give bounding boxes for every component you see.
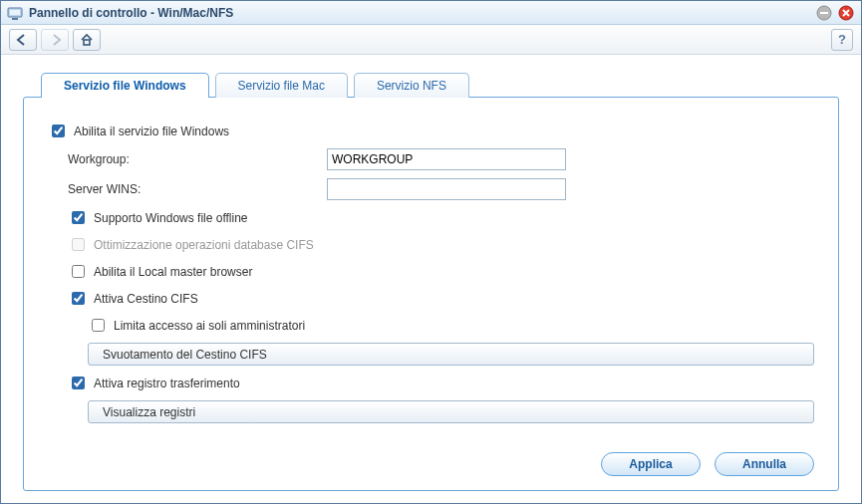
svg-rect-6	[84, 40, 90, 45]
toolbar: ?	[1, 25, 861, 55]
recycle-checkbox[interactable]	[72, 292, 85, 305]
local-master-row: Abilita il Local master browser	[68, 262, 814, 281]
minimize-icon[interactable]	[815, 4, 833, 22]
tab-row: Servizio file Windows Servizio file Mac …	[23, 73, 839, 98]
optimize-cifs-label: Ottimizzazione operazioni database CIFS	[94, 238, 314, 252]
wins-label: Server WINS:	[68, 182, 327, 196]
apply-button-label: Applica	[629, 457, 672, 471]
window-title: Pannello di controllo - Win/Mac/NFS	[29, 6, 815, 20]
content-area: Servizio file Windows Servizio file Mac …	[1, 55, 861, 503]
offline-support-label: Supporto Windows file offline	[94, 211, 248, 225]
titlebar: Pannello di controllo - Win/Mac/NFS	[1, 1, 861, 25]
transfer-log-label: Attiva registro trasferimento	[94, 377, 240, 390]
enable-windows-label: Abilita il servizio file Windows	[74, 125, 229, 138]
svg-rect-2	[12, 18, 18, 20]
tab-label: Servizio NFS	[377, 79, 446, 93]
enable-windows-row: Abilita il servizio file Windows	[48, 122, 814, 140]
app-window: Pannello di controllo - Win/Mac/NFS	[0, 0, 862, 504]
close-icon[interactable]	[837, 4, 855, 22]
local-master-label: Abilita il Local master browser	[94, 265, 252, 279]
enable-windows-checkbox[interactable]	[52, 125, 65, 137]
transfer-log-row: Attiva registro trasferimento	[68, 374, 814, 392]
cancel-button-label: Annulla	[742, 457, 786, 471]
tab-nfs[interactable]: Servizio NFS	[354, 73, 469, 98]
home-button[interactable]	[73, 29, 101, 51]
tab-label: Servizio file Mac	[238, 79, 325, 93]
empty-recycle-label: Svuotamento del Cestino CIFS	[103, 348, 267, 362]
tab-panel: Abilita il servizio file Windows Workgro…	[23, 97, 839, 491]
tab-mac[interactable]: Servizio file Mac	[215, 73, 348, 98]
svg-rect-4	[820, 12, 828, 14]
offline-support-checkbox[interactable]	[72, 211, 85, 224]
help-button-label: ?	[838, 32, 846, 47]
local-master-checkbox[interactable]	[72, 265, 85, 278]
wins-input[interactable]	[327, 178, 566, 200]
empty-recycle-button[interactable]: Svuotamento del Cestino CIFS	[88, 343, 814, 366]
workgroup-row: Workgroup:	[68, 148, 814, 170]
limit-admin-checkbox[interactable]	[92, 319, 105, 332]
app-icon	[7, 5, 23, 21]
tab-label: Servizio file Windows	[64, 79, 186, 93]
optimize-cifs-checkbox	[72, 238, 85, 251]
help-button[interactable]: ?	[831, 29, 853, 51]
optimize-cifs-row: Ottimizzazione operazioni database CIFS	[68, 235, 814, 254]
cancel-button[interactable]: Annulla	[715, 452, 814, 476]
forward-button[interactable]	[41, 29, 69, 51]
wins-row: Server WINS:	[68, 178, 814, 200]
view-logs-button[interactable]: Visualizza registri	[88, 400, 814, 423]
offline-support-row: Supporto Windows file offline	[68, 208, 814, 227]
back-button[interactable]	[9, 29, 37, 51]
limit-admin-label: Limita accesso ai soli amministratori	[114, 319, 305, 333]
footer-buttons: Applica Annulla	[48, 444, 814, 476]
recycle-label: Attiva Cestino CIFS	[94, 292, 198, 306]
tab-windows[interactable]: Servizio file Windows	[41, 73, 209, 98]
transfer-log-checkbox[interactable]	[72, 377, 85, 389]
recycle-row: Attiva Cestino CIFS	[68, 289, 814, 308]
workgroup-label: Workgroup:	[68, 152, 327, 166]
titlebar-controls	[815, 4, 855, 22]
svg-rect-1	[10, 10, 20, 15]
workgroup-input[interactable]	[327, 148, 566, 170]
limit-admin-row: Limita accesso ai soli amministratori	[88, 316, 814, 335]
apply-button[interactable]: Applica	[601, 452, 701, 476]
view-logs-label: Visualizza registri	[103, 405, 195, 419]
